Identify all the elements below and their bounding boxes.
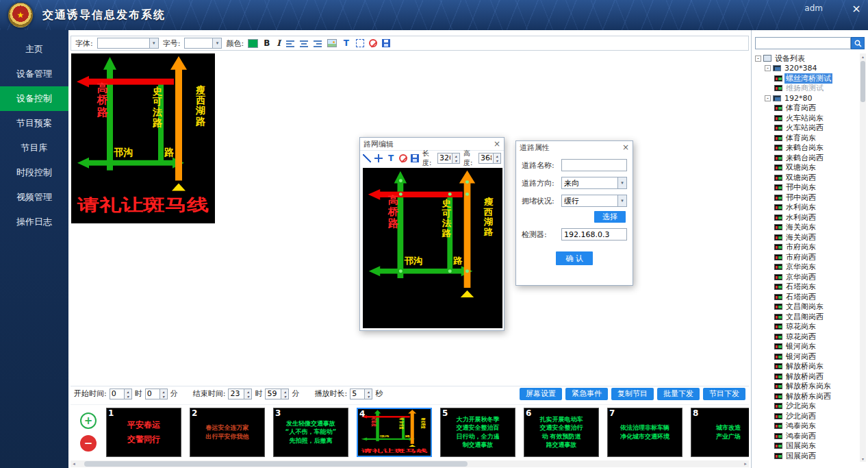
text-icon[interactable]: T	[386, 153, 396, 162]
program-thumb-7[interactable]: 7依法治理非标车辆净化城市交通环境	[607, 408, 682, 457]
direction-select[interactable]: 来向▾	[561, 177, 627, 189]
tree-device[interactable]: 京华岗东	[784, 262, 817, 272]
tree-device[interactable]: 双塘岗东	[784, 162, 817, 173]
save-icon[interactable]	[411, 154, 419, 162]
tree-group-1[interactable]: 192*80	[783, 94, 814, 103]
tree-device[interactable]: 国展岗东	[784, 441, 817, 451]
tree-device[interactable]: 银河岗东	[784, 341, 817, 352]
search-input[interactable]	[755, 37, 851, 49]
user-name[interactable]: adm	[804, 3, 823, 13]
sidebar-item-5[interactable]: 时段控制	[0, 160, 68, 185]
tree-device[interactable]: 琼花岗东	[784, 321, 817, 332]
remove-program-button[interactable]: −	[80, 435, 97, 452]
editor-canvas[interactable]: 高桥路史可法路瘦西湖路邗沟路	[363, 168, 502, 328]
scroll-down-icon[interactable]: ▾	[862, 456, 864, 462]
spinner-arrows[interactable]: ▴▾	[281, 389, 288, 399]
collapse-toggle-icon[interactable]: -	[765, 95, 771, 101]
add-program-button[interactable]: +	[80, 412, 97, 429]
image-icon[interactable]	[327, 39, 337, 47]
font-size-select[interactable]: ▾	[184, 38, 222, 49]
tree-device[interactable]: 京华岗西	[784, 272, 817, 282]
scroll-right-icon[interactable]: ▸	[742, 460, 749, 467]
scrollbar-thumb[interactable]	[84, 461, 468, 467]
tree-device[interactable]: 文昌阁岗东	[784, 301, 825, 312]
tree-device[interactable]: 来鹤台岗东	[784, 143, 825, 153]
tree-device[interactable]: 解放桥东岗西	[784, 391, 832, 402]
color-swatch[interactable]	[248, 39, 258, 48]
tree-device[interactable]: 银河岗西	[784, 352, 817, 362]
tree-device[interactable]: 水利岗西	[784, 212, 817, 223]
program-thumb-5[interactable]: 5大力开展秋冬季交通安全整治百日行动，全力遏制交通事故	[440, 408, 515, 457]
tree-device[interactable]: 鸿泰岗西	[784, 431, 817, 441]
tree-group-0[interactable]: 320*384	[783, 64, 819, 73]
tree-device[interactable]: 文昌阁岗西	[784, 312, 825, 322]
tree-device[interactable]: 海关岗西	[784, 232, 817, 243]
bold-button[interactable]: B	[262, 38, 271, 48]
tree-scrollbar[interactable]: ▴ ▾	[860, 53, 866, 462]
detector-input[interactable]	[561, 228, 627, 241]
action-button-0[interactable]: 屏幕设置	[520, 388, 562, 400]
spin-up-icon[interactable]: ▴	[281, 389, 288, 394]
tree-device[interactable]: 火车站岗西	[784, 123, 825, 133]
sidebar-item-0[interactable]: 主页	[0, 37, 68, 62]
scrollbar-track[interactable]	[77, 460, 742, 467]
tree-device[interactable]: 国展岗西	[784, 451, 817, 461]
spin-up-icon[interactable]: ▴	[452, 153, 459, 158]
sidebar-item-3[interactable]: 节目预案	[0, 111, 68, 136]
spin-up-icon[interactable]: ▴	[365, 389, 372, 394]
scroll-up-icon[interactable]: ▴	[862, 53, 864, 60]
spin-up-icon[interactable]: ▴	[125, 389, 131, 394]
spin-down-icon[interactable]: ▾	[452, 158, 459, 163]
spinner-arrows[interactable]: ▴▾	[124, 389, 131, 399]
program-thumb-3[interactable]: 3发生轻微交通事故“人不伤，车能动”先拍照，后撤离	[273, 408, 348, 457]
action-button-4[interactable]: 节目下发	[703, 388, 745, 400]
tree-device[interactable]: 火车站岗东	[784, 113, 825, 123]
align-left-icon[interactable]	[286, 40, 295, 47]
scroll-left-icon[interactable]: ◂	[71, 460, 77, 467]
sidebar-item-4[interactable]: 节目库	[0, 136, 68, 160]
spinner-arrows[interactable]: ▴▾	[244, 389, 251, 399]
tree-device[interactable]: 解放桥岗东	[784, 361, 825, 371]
action-button-1[interactable]: 紧急事件	[565, 388, 608, 400]
tree-device[interactable]: 解放桥岗西	[784, 371, 825, 382]
tree-device[interactable]: 石塔岗东	[784, 282, 817, 292]
sidebar-item-6[interactable]: 视频管理	[0, 185, 68, 210]
program-thumb-8[interactable]: 8城市改造产业广场	[691, 408, 749, 457]
spin-down-icon[interactable]: ▾	[494, 158, 500, 163]
font-select[interactable]: ▾	[97, 38, 159, 49]
scrollbar-thumb[interactable]	[860, 61, 865, 102]
tree-device[interactable]: 维扬商测试	[784, 83, 825, 93]
congestion-select[interactable]: 缓行▾	[561, 195, 627, 207]
align-center-icon[interactable]	[300, 40, 309, 47]
text-icon[interactable]: T	[342, 39, 351, 48]
tree-device[interactable]: 双塘岗西	[784, 173, 817, 183]
spinner-arrows[interactable]: ▴▾	[452, 153, 459, 163]
spinner-arrows[interactable]: ▴▾	[159, 389, 167, 399]
spin-down-icon[interactable]: ▾	[125, 394, 131, 399]
sidebar-item-7[interactable]: 操作日志	[0, 210, 68, 234]
tree-device[interactable]: 沙北岗西	[784, 411, 817, 421]
duration-input[interactable]	[350, 389, 364, 399]
tree-device[interactable]: 来鹤台岗西	[784, 153, 825, 163]
action-button-3[interactable]: 批量下发	[657, 388, 700, 400]
spin-up-icon[interactable]: ▴	[244, 389, 251, 394]
spin-down-icon[interactable]: ▾	[160, 394, 167, 399]
horizontal-scrollbar[interactable]: ◂ ▸	[71, 460, 749, 467]
tree-device[interactable]: 市府岗东	[784, 242, 817, 252]
spin-down-icon[interactable]: ▾	[244, 394, 251, 399]
road-name-input[interactable]	[561, 159, 627, 171]
tree-device[interactable]: 邗中岗东	[784, 182, 817, 193]
forbid-icon[interactable]	[369, 39, 377, 47]
height-input[interactable]	[479, 153, 493, 163]
tree-device[interactable]: 水利岗东	[784, 202, 817, 212]
select-detector-button[interactable]: 选择	[594, 211, 626, 223]
close-icon[interactable]: ×	[622, 143, 629, 151]
spinner-arrows[interactable]: ▴▾	[364, 389, 372, 399]
program-thumb-4[interactable]: 4高桥路史可法路瘦西湖路邗沟路请礼让斑马线	[357, 408, 432, 457]
close-icon[interactable]: ×	[494, 140, 500, 148]
end-minute-input[interactable]	[266, 389, 281, 399]
window-close-button[interactable]: ×	[850, 3, 863, 15]
tree-device[interactable]: 琼花岗西	[784, 332, 817, 342]
tree-device[interactable]: 市府岗西	[784, 252, 817, 262]
italic-button[interactable]: I	[275, 38, 282, 48]
